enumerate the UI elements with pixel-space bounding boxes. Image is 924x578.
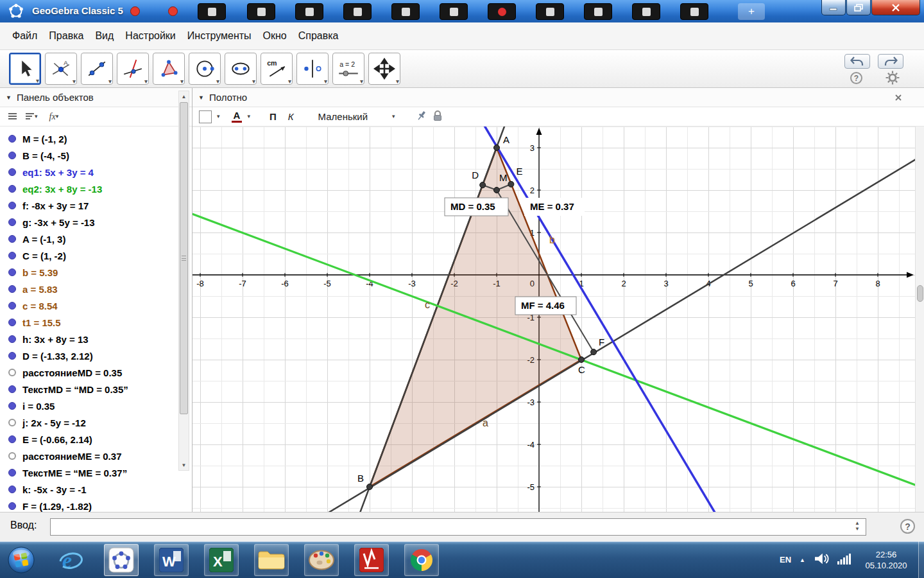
algebra-scrollbar[interactable]: ▲ ▼ (178, 91, 189, 471)
tool-point[interactable]: A▾ (45, 53, 77, 85)
browser-tab[interactable] (391, 3, 420, 20)
visibility-bullet[interactable] (8, 302, 16, 310)
font-size-dropdown-icon[interactable]: ▾ (392, 114, 395, 119)
point-A[interactable] (494, 145, 500, 151)
undo-button[interactable] (844, 54, 870, 69)
pin-icon[interactable] (416, 110, 427, 124)
bold-button[interactable]: П (266, 110, 280, 123)
tool-conic[interactable]: ▾ (225, 53, 257, 85)
object-row[interactable]: M = (-1, 2) (0, 130, 192, 147)
measurement-text[interactable]: ME = 0.37 (530, 201, 574, 212)
tool-dropdown-icon[interactable]: ▾ (324, 78, 327, 85)
measurement-text[interactable]: MD = 0.35 (450, 201, 495, 212)
visibility-bullet[interactable] (8, 202, 16, 209)
tool-reflect[interactable]: ▾ (296, 53, 329, 85)
font-size-select[interactable]: Маленький (318, 111, 368, 122)
point-C[interactable] (579, 357, 585, 363)
visibility-bullet[interactable] (8, 285, 16, 293)
object-row[interactable]: b = 5.39 (0, 264, 192, 281)
tool-move[interactable]: ▾ (9, 53, 41, 85)
tool-dropdown-icon[interactable]: ▾ (396, 78, 399, 85)
point-label-D[interactable]: D (472, 170, 479, 180)
tool-dropdown-icon[interactable]: ▾ (36, 78, 39, 84)
taskbar-app-excel[interactable]: X (204, 544, 239, 576)
tool-line[interactable]: ▾ (81, 53, 113, 85)
visibility-bullet[interactable] (8, 385, 16, 393)
menu-settings[interactable]: Настройки (119, 27, 181, 45)
browser-tab[interactable] (440, 3, 468, 20)
visibility-bullet[interactable] (8, 319, 16, 326)
point-B[interactable] (367, 484, 373, 490)
aux-dropdown-icon[interactable]: ▾ (56, 114, 59, 119)
visibility-bullet[interactable] (8, 402, 16, 410)
browser-tab[interactable] (536, 3, 564, 20)
object-row[interactable]: ТекстME = “ME = 0.37” (0, 464, 192, 481)
browser-tab[interactable] (343, 3, 372, 20)
object-row[interactable]: t1 = 15.5 (0, 314, 192, 331)
visibility-bullet[interactable] (8, 435, 16, 443)
color-swatch[interactable] (199, 110, 212, 123)
collapse-arrow-icon[interactable]: ▼ (198, 94, 204, 101)
taskbar-start-button[interactable] (4, 544, 38, 576)
point-label-M[interactable]: M (499, 172, 508, 183)
taskbar-app-paint[interactable] (304, 544, 339, 576)
object-row[interactable]: c = 8.54 (0, 297, 192, 314)
menu-edit[interactable]: Правка (43, 27, 89, 45)
text-color-button[interactable]: A (232, 110, 243, 123)
taskbar-app-file-explorer[interactable] (254, 544, 289, 576)
menu-window[interactable]: Окно (257, 27, 293, 45)
taskbar-app-geogebra[interactable] (104, 544, 139, 576)
menu-tools[interactable]: Инструменты (182, 27, 257, 45)
sort-dropdown-icon[interactable]: ▾ (35, 114, 38, 119)
color-dropdown-icon[interactable]: ▾ (217, 114, 220, 119)
taskbar-app-word[interactable]: W (154, 544, 189, 576)
graphics-right-scrollbar[interactable] (915, 127, 924, 512)
tool-dropdown-icon[interactable]: ▾ (180, 78, 184, 85)
measurement-text[interactable]: MF = 4.46 (521, 300, 565, 311)
visibility-bullet[interactable] (8, 369, 16, 376)
clock[interactable]: 22:56 05.10.2020 (860, 549, 912, 571)
object-row[interactable]: g: -3x + 5y = -13 (0, 214, 192, 231)
object-row[interactable]: D = (-1.33, 2.12) (0, 347, 192, 364)
point-E[interactable] (508, 181, 514, 187)
object-row[interactable]: a = 5.83 (0, 281, 192, 297)
point-label-B[interactable]: B (357, 473, 364, 484)
taskbar-app-internet-explorer[interactable]: e (54, 544, 89, 576)
help-button[interactable]: ? (850, 72, 862, 84)
tool-dropdown-icon[interactable]: ▾ (360, 78, 363, 85)
tool-perpendicular-line[interactable]: ▾ (117, 53, 149, 85)
aux-objects-icon[interactable]: fx (49, 112, 56, 122)
minimize-button[interactable] (821, 0, 846, 15)
browser-new-tab[interactable]: + (738, 3, 765, 20)
menu-view[interactable]: Вид (89, 27, 119, 45)
side-label-c[interactable]: c (425, 299, 430, 310)
browser-tab[interactable] (632, 3, 660, 20)
browser-tab[interactable] (488, 3, 516, 20)
object-row[interactable]: ТекстMD = “MD = 0.35” (0, 381, 192, 398)
object-row[interactable]: eq2: 3x + 8y = -13 (0, 180, 192, 197)
side-label-b[interactable]: b (549, 234, 555, 245)
tool-circle[interactable]: ▾ (189, 53, 221, 85)
point-M[interactable] (494, 188, 500, 193)
browser-tab[interactable] (247, 3, 275, 20)
object-row[interactable]: eq1: 5x + 3y = 4 (0, 164, 192, 180)
browser-tab[interactable] (680, 3, 708, 20)
object-row[interactable]: j: 2x - 5y = -12 (0, 414, 192, 431)
close-graphics-icon[interactable] (894, 93, 903, 105)
point-F[interactable] (591, 349, 597, 355)
object-row[interactable]: h: 3x + 8y = 13 (0, 331, 192, 347)
lock-icon[interactable] (432, 110, 443, 124)
object-row[interactable]: f: -8x + 3y = 17 (0, 197, 192, 214)
restore-button[interactable] (846, 0, 871, 15)
italic-button[interactable]: К (286, 110, 296, 123)
tool-dropdown-icon[interactable]: ▾ (144, 78, 148, 85)
object-row[interactable]: расстояниеMD = 0.35 (0, 364, 192, 381)
tool-move-view[interactable]: ▾ (368, 53, 400, 85)
browser-tab[interactable] (584, 3, 612, 20)
visibility-bullet[interactable] (8, 168, 16, 176)
tool-dropdown-icon[interactable]: ▾ (216, 78, 219, 85)
graphics-canvas[interactable]: -8-7-6-5-4-3-2-1012345678321-1-2-3-4-5ca… (193, 127, 915, 512)
point-label-F[interactable]: F (599, 337, 604, 347)
object-row[interactable]: расстояниеME = 0.37 (0, 448, 192, 464)
visibility-bullet[interactable] (8, 252, 16, 259)
